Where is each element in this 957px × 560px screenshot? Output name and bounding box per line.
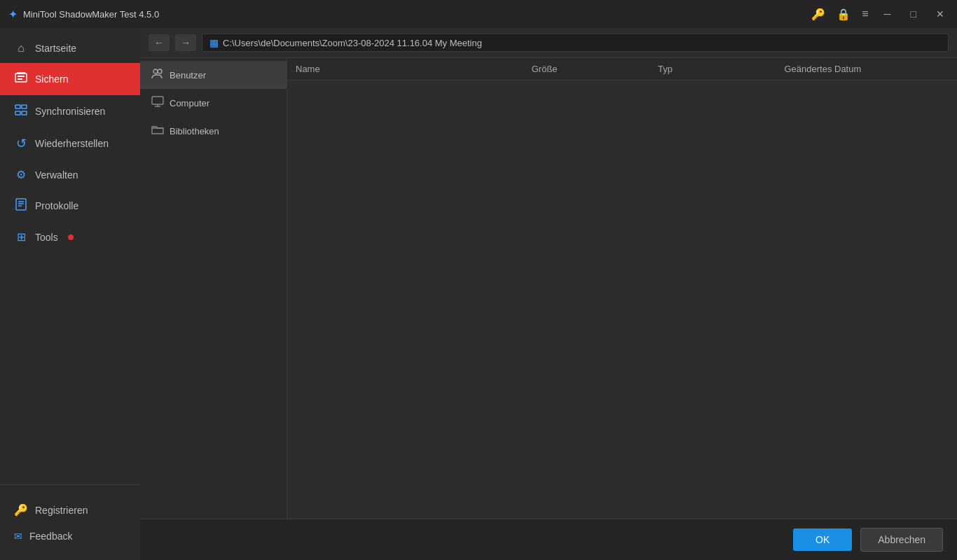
ok-button[interactable]: OK [793,528,852,551]
sidebar-label-startseite: Startseite [35,43,76,54]
file-list-header: Name Größe Typ Geändertes Datum [287,58,957,80]
left-panel: Benutzer Computer [140,58,287,519]
sidebar-label-tools: Tools [35,232,58,243]
col-header-date: Geändertes Datum [776,64,957,74]
tools-badge [68,234,74,240]
svg-rect-6 [15,111,20,115]
col-header-name: Name [287,64,523,74]
col-header-type: Typ [649,64,776,74]
sidebar-item-feedback[interactable]: ✉ Feedback [0,524,140,549]
sidebar-item-synchronisieren[interactable]: Synchronisieren [0,95,140,127]
title-bar: ✦ MiniTool ShadowMaker Test 4.5.0 🔑 🔒 ≡ … [0,0,957,28]
file-list-body [287,80,957,519]
svg-point-13 [158,69,162,74]
title-bar-left: ✦ MiniTool ShadowMaker Test 4.5.0 [8,8,159,21]
restore-button[interactable]: □ [907,7,921,21]
path-bar: ▦ C:\Users\de\Documents\Zoom\23-08-2024 … [202,34,949,52]
svg-rect-14 [152,97,163,104]
sidebar-label-verwalten: Verwalten [35,169,78,181]
sidebar-item-wiederherstellen[interactable]: ↺ Wiederherstellen [0,127,140,160]
svg-rect-3 [18,78,22,80]
svg-point-12 [153,69,158,74]
sidebar-item-verwalten[interactable]: ⚙ Verwalten [0,160,140,190]
tree-item-computer[interactable]: Computer [140,89,287,117]
browser-body: Benutzer Computer [140,58,957,519]
sidebar-label-wiederherstellen: Wiederherstellen [35,138,109,149]
app-title: MiniTool ShadowMaker Test 4.5.0 [23,9,159,20]
file-browser: ← → ▦ C:\Users\de\Documents\Zoom\23-08-2… [140,28,957,519]
forward-button[interactable]: → [175,34,196,51]
sidebar-nav: ⌂ Startseite Sichern [0,28,140,484]
tree-item-benutzer[interactable]: Benutzer [140,61,287,89]
sidebar-label-synchronisieren: Synchronisieren [35,106,105,117]
sidebar-label-feedback: Feedback [29,531,72,542]
home-icon: ⌂ [14,42,28,55]
sidebar: ⌂ Startseite Sichern [0,28,140,560]
main-layout: ⌂ Startseite Sichern [0,28,957,560]
folder-icon [151,124,164,138]
key-icon: 🔑 [14,503,28,517]
backup-icon [14,71,28,87]
key-icon[interactable]: 🔑 [811,8,825,21]
sidebar-item-sichern[interactable]: Sichern [0,63,140,95]
sync-icon [14,104,28,119]
right-panel: Name Größe Typ Geändertes Datum [287,58,957,519]
mail-icon: ✉ [14,531,22,542]
minimize-button[interactable]: ─ [880,7,895,21]
sidebar-label-protokolle: Protokolle [35,200,78,211]
sidebar-item-protokolle[interactable]: Protokolle [0,190,140,222]
app-logo-icon: ✦ [8,8,18,21]
bottom-bar: OK Abbrechen [140,519,957,560]
path-icon: ▦ [209,37,219,48]
title-bar-controls: 🔑 🔒 ≡ ─ □ ✕ [811,7,949,21]
svg-rect-1 [17,72,25,74]
computer-icon [151,96,164,110]
path-text: C:\Users\de\Documents\Zoom\23-08-2024 11… [223,38,482,48]
sidebar-label-sichern: Sichern [35,74,68,85]
svg-rect-2 [18,76,25,77]
sidebar-label-registrieren: Registrieren [35,505,88,516]
svg-rect-8 [16,199,26,210]
tree-label-bibliotheken: Bibliotheken [170,126,219,136]
tools-icon: ⊞ [14,230,28,244]
sidebar-item-startseite[interactable]: ⌂ Startseite [0,34,140,63]
col-header-size: Größe [523,64,649,74]
users-icon [151,68,164,82]
log-icon [14,198,28,214]
toolbar: ← → ▦ C:\Users\de\Documents\Zoom\23-08-2… [140,28,957,58]
cancel-button[interactable]: Abbrechen [860,528,943,552]
sidebar-bottom: 🔑 Registrieren ✉ Feedback [0,484,140,560]
sidebar-item-registrieren[interactable]: 🔑 Registrieren [0,496,140,524]
tree-label-benutzer: Benutzer [170,70,206,80]
close-button[interactable]: ✕ [932,7,949,21]
content-area: ← → ▦ C:\Users\de\Documents\Zoom\23-08-2… [140,28,957,560]
sidebar-item-tools[interactable]: ⊞ Tools [0,222,140,252]
tree-item-bibliotheken[interactable]: Bibliotheken [140,117,287,145]
tree-label-computer: Computer [170,98,209,108]
svg-rect-0 [15,74,27,82]
restore-icon: ↺ [14,136,28,151]
manage-icon: ⚙ [14,168,28,181]
svg-rect-5 [22,105,27,108]
svg-rect-7 [22,111,27,115]
back-button[interactable]: ← [149,34,170,51]
menu-icon[interactable]: ≡ [862,8,868,20]
lock-icon[interactable]: 🔒 [836,8,851,21]
svg-rect-4 [15,105,20,108]
